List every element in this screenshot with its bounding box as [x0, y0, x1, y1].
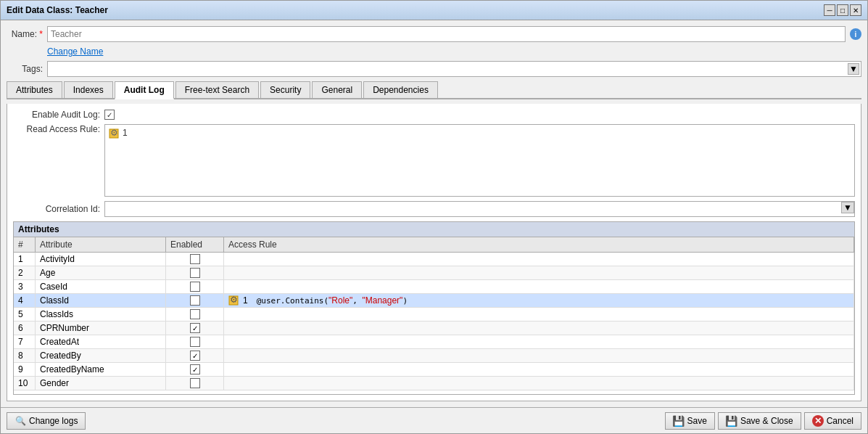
save-button[interactable]: 💾 Save — [665, 412, 715, 430]
main-window: Edit Data Class: Teacher ─ □ ✕ Name: * i… — [0, 0, 868, 434]
enabled-checkbox[interactable] — [190, 295, 200, 306]
col-header-num: # — [14, 237, 36, 252]
enabled-checkbox[interactable] — [190, 309, 200, 319]
read-access-label: Read Access Rule: — [13, 124, 100, 134]
row-access-rule — [224, 280, 854, 293]
minimize-button[interactable]: ─ — [824, 4, 835, 16]
table-row[interactable]: 4 ClassId ⚙ 1 — [14, 294, 854, 308]
enabled-checkbox[interactable]: ✓ — [190, 351, 200, 361]
table-row[interactable]: 10 Gender — [14, 377, 854, 390]
table-row[interactable]: 5 ClassIds — [14, 308, 854, 322]
table-row[interactable]: 9 CreatedByName ✓ — [14, 363, 854, 377]
row-num: 6 — [14, 322, 36, 335]
name-row: Name: * i — [7, 26, 861, 42]
row-enabled[interactable]: ✓ — [166, 322, 224, 335]
enabled-checkbox[interactable] — [190, 337, 200, 347]
row-enabled[interactable] — [166, 377, 224, 390]
attributes-section: Attributes # Attribute Enabled Access Ru… — [13, 221, 855, 395]
rule-number: 1 — [123, 128, 128, 138]
row-enabled[interactable] — [166, 308, 224, 321]
row-attribute: Gender — [36, 377, 166, 390]
cancel-button[interactable]: ✕ Cancel — [804, 412, 861, 430]
table-row[interactable]: 8 CreatedBy ✓ — [14, 349, 854, 363]
row-num: 4 — [14, 294, 36, 307]
enabled-checkbox[interactable]: ✓ — [190, 323, 200, 333]
tab-general[interactable]: General — [312, 81, 362, 98]
enabled-checkbox[interactable] — [190, 378, 200, 388]
row-num: 1 — [14, 253, 36, 266]
row-access-rule — [224, 335, 854, 348]
correlation-select[interactable]: ▼ — [104, 201, 855, 217]
enabled-checkbox[interactable] — [190, 282, 200, 292]
row-num: 10 — [14, 377, 36, 390]
read-access-area[interactable]: ⚙ 1 — [104, 124, 855, 197]
row-access-rule — [224, 349, 854, 362]
table-row[interactable]: 1 ActivityId — [14, 253, 854, 266]
tab-security[interactable]: Security — [260, 81, 310, 98]
svg-text:⚙: ⚙ — [110, 128, 118, 138]
info-icon[interactable]: i — [850, 28, 861, 40]
tags-input[interactable]: ▼ — [47, 61, 861, 77]
correlation-dropdown-arrow[interactable]: ▼ — [841, 202, 854, 213]
row-num: 3 — [14, 280, 36, 293]
logs-icon: 🔍 — [15, 415, 26, 427]
table-header: # Attribute Enabled Access Rule — [14, 237, 854, 253]
tags-dropdown-arrow[interactable]: ▼ — [848, 63, 859, 75]
save-close-button[interactable]: 💾 Save & Close — [718, 412, 801, 430]
row-enabled[interactable] — [166, 280, 224, 293]
enabled-checkbox[interactable] — [190, 268, 200, 278]
row-enabled[interactable] — [166, 253, 224, 266]
table-body: 1 ActivityId 2 Age — [14, 253, 854, 394]
bottom-bar: 🔍 Change logs 💾 Save 💾 Save & Close ✕ Ca… — [1, 407, 867, 433]
tab-dependencies[interactable]: Dependencies — [363, 81, 438, 98]
name-label: Name: * — [7, 29, 43, 39]
row-attribute: CreatedAt — [36, 335, 166, 348]
row-enabled[interactable]: ✓ — [166, 363, 224, 376]
row-access-rule — [224, 308, 854, 321]
enabled-checkbox[interactable] — [190, 254, 200, 264]
main-content: Name: * i Change Name Tags: ▼ Attributes… — [1, 20, 867, 407]
row-num: 9 — [14, 363, 36, 376]
col-header-enabled: Enabled — [166, 237, 224, 252]
enable-audit-checkbox[interactable]: ✓ — [104, 110, 115, 120]
correlation-label: Correlation Id: — [13, 204, 100, 214]
row-access-rule — [224, 363, 854, 376]
table-row[interactable]: 3 CaseId — [14, 280, 854, 294]
tab-free-text-search[interactable]: Free-text Search — [175, 81, 259, 98]
window-title: Edit Data Class: Teacher — [7, 5, 108, 15]
row-enabled[interactable]: ✓ — [166, 349, 224, 362]
row-attribute: Age — [36, 266, 166, 279]
enable-audit-label: Enable Audit Log: — [13, 110, 100, 120]
restore-button[interactable]: □ — [837, 4, 848, 16]
row-attribute: ClassIds — [36, 308, 166, 321]
save-close-icon: 💾 — [726, 415, 737, 427]
access-rule-number: 1 — [243, 295, 248, 306]
row-enabled[interactable] — [166, 335, 224, 348]
row-num: 7 — [14, 335, 36, 348]
tab-indexes[interactable]: Indexes — [64, 81, 113, 98]
tab-attributes[interactable]: Attributes — [7, 81, 62, 98]
table-row[interactable]: 2 Age — [14, 266, 854, 280]
table-row[interactable]: 6 CPRNumber ✓ — [14, 322, 854, 335]
row-access-rule — [224, 322, 854, 335]
save-icon: 💾 — [673, 415, 685, 427]
col-header-access-rule: Access Rule — [224, 237, 854, 252]
name-input[interactable] — [47, 26, 846, 42]
change-name-link[interactable]: Change Name — [7, 46, 861, 57]
row-access-rule — [224, 253, 854, 266]
read-access-row: Read Access Rule: ⚙ 1 — [13, 124, 855, 197]
tabs-bar: Attributes Indexes Audit Log Free-text S… — [7, 81, 861, 99]
row-enabled[interactable] — [166, 294, 224, 307]
row-enabled[interactable] — [166, 266, 224, 279]
tab-audit-log[interactable]: Audit Log — [115, 81, 174, 99]
enabled-checkbox[interactable]: ✓ — [190, 364, 200, 374]
row-attribute: CaseId — [36, 280, 166, 293]
tags-label: Tags: — [7, 64, 43, 74]
table-row[interactable]: 7 CreatedAt — [14, 335, 854, 349]
rule-icon: ⚙ — [108, 128, 120, 139]
close-button[interactable]: ✕ — [850, 4, 861, 16]
row-num: 2 — [14, 266, 36, 279]
required-asterisk: * — [39, 29, 43, 39]
cancel-icon[interactable]: ✕ — [812, 415, 824, 427]
change-logs-button[interactable]: 🔍 Change logs — [7, 412, 86, 430]
